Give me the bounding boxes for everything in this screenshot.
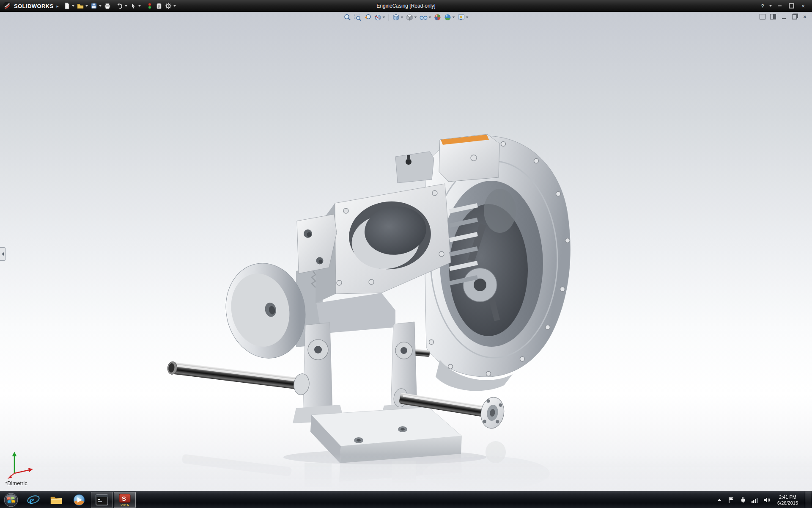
- apply-scene-dropdown[interactable]: [453, 17, 455, 18]
- taskbar-windows-explorer[interactable]: [45, 492, 67, 508]
- hidden-icons-arrow-icon: [718, 499, 721, 501]
- display-style-button[interactable]: [405, 13, 418, 22]
- view-orientation-dropdown[interactable]: [401, 17, 403, 18]
- menu-expand-arrow[interactable]: ▸: [57, 4, 59, 8]
- power-button[interactable]: [739, 495, 747, 505]
- view-orientation-label: *Dimetric: [5, 480, 27, 486]
- reed-valve-block[interactable]: [395, 134, 499, 183]
- taskbar-media-player[interactable]: [68, 492, 90, 508]
- select-button[interactable]: [129, 1, 138, 11]
- svg-text:S: S: [122, 495, 126, 502]
- hide-show-items-dropdown[interactable]: [429, 17, 431, 18]
- doc-restore-button[interactable]: [790, 14, 798, 20]
- display-pane-button[interactable]: [769, 14, 777, 20]
- command-prompt-icon: [96, 494, 108, 505]
- reference-triad: [6, 449, 36, 479]
- taskbar-solidworks[interactable]: S 2015: [114, 492, 136, 508]
- file-properties-button[interactable]: [154, 1, 164, 11]
- toolbar-group-edit: [115, 1, 142, 11]
- mounting-stand[interactable]: [293, 322, 428, 423]
- reflection-fade: [0, 455, 812, 491]
- action-center-flag-icon: [728, 496, 735, 504]
- model-viewport-canvas[interactable]: [0, 12, 812, 491]
- clock-date: 6/26/2015: [777, 500, 798, 506]
- volume-button[interactable]: [763, 495, 771, 505]
- rebuild-button[interactable]: [145, 1, 154, 11]
- solidworks-app-icon: S 2015: [118, 493, 132, 507]
- view-settings-dropdown[interactable]: [466, 17, 469, 18]
- zoom-to-fit-icon: [344, 14, 351, 21]
- apply-scene-button[interactable]: [443, 13, 456, 22]
- graphics-viewport[interactable]: × *Dimetric: [0, 12, 812, 491]
- help-glyph: ?: [761, 3, 764, 9]
- windows-explorer-icon: [49, 493, 63, 507]
- options-button[interactable]: [164, 1, 173, 11]
- zoom-to-area-button[interactable]: [353, 13, 362, 22]
- close-button[interactable]: ×: [798, 2, 809, 10]
- close-icon: ×: [801, 3, 805, 9]
- previous-view-icon: [364, 14, 372, 21]
- save-dropdown[interactable]: [99, 5, 102, 7]
- taskbar-command-prompt[interactable]: [91, 492, 113, 508]
- help-dropdown[interactable]: [769, 5, 772, 7]
- doc-close-icon: ×: [803, 14, 807, 19]
- maximize-button[interactable]: [786, 2, 797, 10]
- hide-show-items-button[interactable]: [419, 13, 432, 22]
- save-button[interactable]: [89, 1, 99, 11]
- new-document-dropdown[interactable]: [72, 5, 74, 7]
- chrome-shaft-left[interactable]: [166, 357, 310, 396]
- help-button[interactable]: ?: [757, 2, 768, 10]
- open-button[interactable]: [76, 1, 85, 11]
- display-style-dropdown[interactable]: [414, 17, 417, 18]
- minimize-icon: [778, 6, 782, 6]
- undo-dropdown[interactable]: [125, 5, 127, 7]
- doc-minimize-button[interactable]: [780, 14, 787, 20]
- featuremanager-pane-icon: [760, 14, 765, 19]
- taskbar-internet-explorer[interactable]: e: [22, 492, 44, 508]
- minimize-button[interactable]: [774, 2, 785, 10]
- view-settings-button[interactable]: [457, 13, 469, 22]
- zoom-to-fit-button[interactable]: [343, 13, 352, 22]
- print-button[interactable]: [103, 1, 112, 11]
- rebuild-icon: [146, 3, 153, 9]
- options-dropdown[interactable]: [173, 5, 176, 7]
- triad-x-axis: [28, 468, 33, 472]
- document-window-controls: ×: [759, 14, 809, 20]
- undo-icon: [116, 3, 123, 9]
- show-desktop-button[interactable]: [805, 491, 811, 508]
- hide-show-items-glasses-icon: [420, 14, 428, 21]
- network-bars-icon: [751, 496, 759, 504]
- featuremanager-collapse-tab[interactable]: [0, 247, 5, 261]
- undo-button[interactable]: [115, 1, 124, 11]
- open-dropdown[interactable]: [85, 5, 88, 7]
- media-player-icon: [72, 493, 86, 507]
- solidworks-logo: SOLIDWORKS ▸: [0, 1, 62, 11]
- app-window-controls: ? ×: [757, 2, 812, 10]
- hidden-icons-button[interactable]: [716, 495, 723, 505]
- doc-close-button[interactable]: ×: [801, 14, 809, 20]
- action-center-button[interactable]: [727, 495, 735, 505]
- view-orientation-button[interactable]: [392, 13, 404, 22]
- featuremanager-pane-button[interactable]: [759, 14, 766, 20]
- triad-y-axis: [12, 452, 17, 456]
- toolbar-group-file: [62, 1, 112, 11]
- solidworks-logo-icon: [3, 1, 12, 11]
- display-style-icon: [406, 14, 414, 21]
- open-icon: [77, 3, 84, 9]
- select-cursor-icon: [130, 3, 137, 9]
- edit-appearance-button[interactable]: [433, 13, 442, 22]
- previous-view-button[interactable]: [363, 13, 373, 22]
- new-document-icon: [63, 3, 70, 9]
- network-button[interactable]: [751, 495, 759, 505]
- select-dropdown[interactable]: [138, 5, 141, 7]
- taskbar-clock[interactable]: 2:41 PM 6/26/2015: [775, 494, 801, 506]
- section-view-button[interactable]: [373, 13, 386, 22]
- start-button[interactable]: [0, 491, 22, 508]
- zoom-to-area-icon: [354, 14, 362, 21]
- apply-scene-globe-icon: [444, 14, 452, 21]
- volume-speaker-icon: [763, 496, 771, 504]
- section-view-dropdown[interactable]: [383, 17, 385, 18]
- windows-start-icon: [3, 492, 19, 508]
- system-tray: 2:41 PM 6/26/2015: [716, 491, 812, 508]
- new-document-button[interactable]: [62, 1, 71, 11]
